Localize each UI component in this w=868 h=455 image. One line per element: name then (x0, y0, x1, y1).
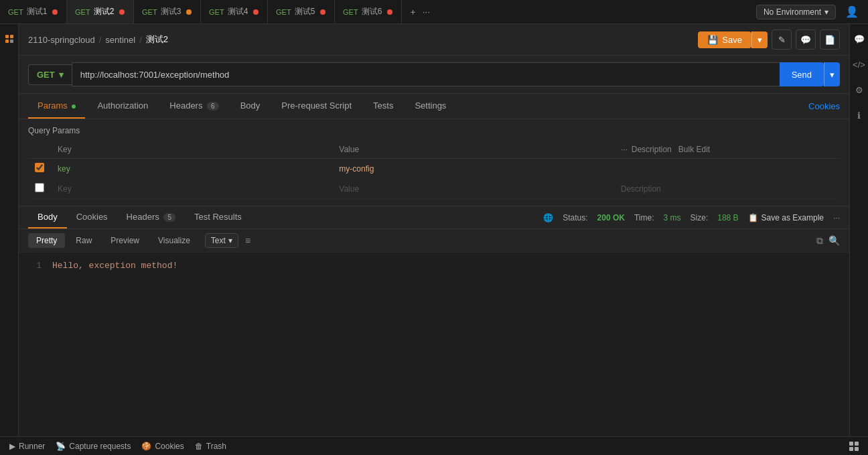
toolbar-actions: 💾 Save ▾ ✎ 💬 📄 (698, 29, 840, 50)
tab-name-1: 测试1 (27, 6, 48, 17)
env-selector[interactable]: No Environment ▾ (756, 5, 836, 19)
row1-checkbox[interactable] (35, 163, 44, 172)
params-table: Key Value ··· Description Bulk Edit (28, 141, 840, 199)
method-selector[interactable]: GET ▾ (28, 64, 72, 85)
new-tab-button[interactable]: ＋ ··· (402, 6, 437, 18)
tab-settings[interactable]: Settings (405, 94, 455, 119)
response-body-toolbar: Pretty Raw Preview Visualize Text ▾ (19, 229, 849, 253)
send-dropdown-button[interactable]: ▾ (824, 62, 840, 86)
tab-authorization[interactable]: Authorization (88, 94, 157, 119)
key-header: Key (51, 141, 332, 159)
tab-test6[interactable]: GET 测试6 (335, 0, 402, 24)
response-meta: 🌐 Status: 200 OK Time: 3 ms Size: 188 B … (543, 213, 840, 222)
runner-label: Runner (19, 442, 45, 451)
capture-icon: 📡 (56, 442, 66, 451)
resp-view-visualize[interactable]: Visualize (150, 233, 198, 248)
cookies-link[interactable]: Cookies (808, 101, 840, 111)
edit-icon: ✎ (778, 35, 786, 45)
send-button[interactable]: Send (780, 62, 824, 86)
save-example-button[interactable]: 📋 Save as Example (748, 213, 824, 222)
row2-desc-input[interactable] (621, 184, 833, 194)
row1-desc-cell (614, 159, 840, 179)
sidebar-info-icon[interactable]: ℹ (850, 106, 869, 125)
resp-more-icon[interactable]: ··· (833, 213, 840, 222)
row2-checkbox[interactable] (35, 183, 44, 192)
tab-name-2: 测试2 (94, 6, 115, 17)
tab-name-4: 测试4 (228, 6, 248, 17)
tab-method-5: GET (276, 8, 291, 16)
trash-button[interactable]: 🗑 Trash (195, 442, 226, 451)
row2-desc-cell[interactable] (614, 179, 840, 199)
method-label: GET (37, 70, 55, 80)
runner-button[interactable]: ▶ Runner (9, 442, 45, 451)
profile-icon[interactable]: 👤 (843, 3, 861, 21)
tab-tests[interactable]: Tests (364, 94, 403, 119)
left-sidebar (0, 24, 19, 436)
tab-headers[interactable]: Headers 6 (160, 94, 228, 119)
tab-test5[interactable]: GET 测试5 (268, 0, 335, 24)
pre-script-label: Pre-request Script (281, 101, 352, 111)
search-icon[interactable]: 🔍 (828, 235, 840, 246)
tab-test2[interactable]: GET 测试2 (67, 0, 134, 24)
resp-view-preview[interactable]: Preview (102, 233, 147, 248)
row1-value-cell: my-config (332, 159, 613, 179)
copy-icon[interactable]: ⧉ (816, 235, 823, 247)
table-row (28, 179, 840, 199)
sidebar-settings-icon[interactable]: ⚙ (850, 80, 869, 99)
edit-button[interactable]: ✎ (772, 29, 792, 50)
settings-label: Settings (415, 101, 446, 111)
raw-label: Raw (76, 236, 92, 245)
tab-name-5: 测试5 (295, 6, 315, 17)
breadcrumb-part1[interactable]: 2110-springcloud (28, 35, 95, 45)
text-format-dropdown[interactable]: Text ▾ (205, 233, 238, 248)
tab-params[interactable]: Params (28, 94, 85, 119)
tab-dot-4 (253, 9, 259, 15)
resp-tab-test-results[interactable]: Test Results (185, 206, 251, 229)
resp-body-actions: ⧉ 🔍 (816, 235, 840, 247)
tab-pre-request[interactable]: Pre-request Script (272, 94, 361, 119)
doc-button[interactable]: 📄 (820, 29, 840, 50)
query-params-section: Query Params Key Value ··· (19, 119, 849, 206)
tab-dot-3 (186, 9, 192, 15)
tab-body[interactable]: Body (231, 94, 270, 119)
code-content: Hello, exception method! (52, 261, 840, 428)
layout-button[interactable] (849, 442, 859, 451)
tab-test3[interactable]: GET 测试3 (134, 0, 201, 24)
comment-button[interactable]: 💬 (796, 29, 816, 50)
preview-label: Preview (111, 236, 139, 245)
sidebar-comments-icon[interactable]: 💬 (850, 29, 869, 48)
tab-method-2: GET (75, 8, 90, 16)
cookies-bottom-button[interactable]: 🍪 Cookies (141, 442, 184, 451)
resp-tab-headers[interactable]: Headers 5 (117, 206, 185, 229)
resp-view-pretty[interactable]: Pretty (28, 233, 65, 248)
breadcrumb-sep1: / (99, 35, 102, 45)
capture-button[interactable]: 📡 Capture requests (56, 442, 131, 451)
line-numbers: 1 (28, 261, 42, 428)
params-label: Params (38, 101, 68, 111)
cookies-bottom-label: Cookies (155, 442, 184, 451)
bulk-edit-button[interactable]: Bulk Edit (676, 145, 710, 154)
doc-icon: 📄 (824, 35, 835, 45)
sidebar-code-icon[interactable]: </> (850, 55, 869, 74)
svg-rect-2 (5, 40, 9, 43)
row2-value-cell[interactable] (332, 179, 613, 199)
visualize-label: Visualize (158, 236, 190, 245)
save-dropdown-button[interactable]: ▾ (751, 31, 768, 48)
resp-tab-body[interactable]: Body (28, 206, 67, 229)
resp-view-raw[interactable]: Raw (68, 233, 100, 248)
tab-test1[interactable]: GET 测试1 (0, 0, 67, 24)
trash-label: Trash (206, 442, 226, 451)
plus-icon: ＋ (409, 6, 417, 18)
tab-bar: GET 测试1 GET 测试2 GET 测试3 GET 测试4 GET 测试5 … (0, 0, 868, 24)
row2-key-cell[interactable] (51, 179, 332, 199)
tab-test4[interactable]: GET 测试4 (201, 0, 268, 24)
response-body-area: Pretty Raw Preview Visualize Text ▾ (19, 229, 849, 436)
row2-key-input[interactable] (58, 184, 326, 194)
row2-value-input[interactable] (339, 184, 607, 194)
breadcrumb-part2[interactable]: sentinel (105, 35, 135, 45)
save-button[interactable]: 💾 Save (698, 31, 751, 48)
more-options-icon[interactable]: ··· (621, 145, 628, 154)
url-input[interactable] (72, 62, 780, 86)
wrap-icon[interactable]: ≡ (245, 235, 250, 246)
resp-tab-cookies[interactable]: Cookies (67, 206, 117, 229)
